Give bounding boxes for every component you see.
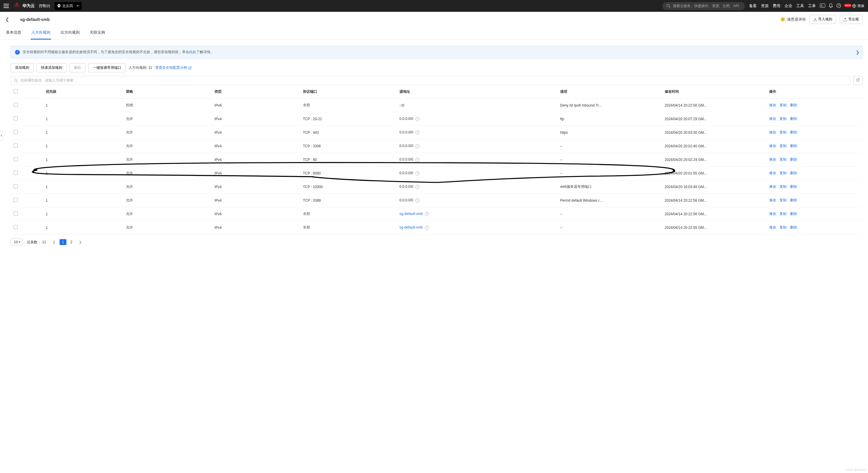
nav-enterprise[interactable]: 企业 [784,3,792,8]
export-rules-button[interactable]: 导出规 [840,15,863,24]
cloudshell-icon[interactable] [820,4,825,8]
row-checkbox[interactable] [13,144,18,148]
col-priority[interactable]: 优先级 [43,85,123,99]
help-icon[interactable]: ? [415,199,420,203]
help-icon[interactable]: ? [425,226,429,230]
action-copy[interactable]: 复制 [779,103,786,107]
row-checkbox[interactable] [13,116,18,120]
row-checkbox[interactable] [13,198,18,202]
action-copy[interactable]: 复制 [779,212,786,216]
action-copy[interactable]: 复制 [779,171,786,175]
action-modify[interactable]: 修改 [769,212,776,216]
filter-input[interactable]: 选择属性筛选，或输入关键字搜索 [11,76,850,85]
row-checkbox[interactable] [13,211,18,215]
page-size-selector[interactable]: 10 [11,239,23,246]
action-delete[interactable]: 删除 [790,225,797,229]
tab-related-instances[interactable]: 关联实例 [89,27,105,39]
action-copy[interactable]: 复制 [779,144,786,148]
page-1[interactable]: 1 [60,239,66,245]
help-icon[interactable]: ?NEW [836,3,848,9]
row-checkbox[interactable] [13,157,18,161]
add-rule-button[interactable]: 添加规则 [11,63,34,72]
action-delete[interactable]: 删除 [790,171,797,175]
row-checkbox[interactable] [13,184,18,188]
action-copy[interactable]: 复制 [779,184,786,189]
nav-beian[interactable]: 备案 [749,3,757,8]
nav-resource[interactable]: 资源 [761,3,769,8]
action-modify[interactable]: 修改 [769,130,776,134]
source-link[interactable]: sg-default-smb [400,225,423,229]
delete-button[interactable]: 删除 [70,63,86,72]
pagination: 10 总条数： 11 ❮ 1 2 ❯ [11,234,863,250]
nav-ticket[interactable]: 工单 [808,3,816,8]
action-delete[interactable]: 删除 [790,212,797,216]
action-copy[interactable]: 复制 [779,225,786,229]
help-icon[interactable]: ? [415,144,420,148]
action-delete[interactable]: 删除 [790,144,797,148]
tab-basic-info[interactable]: 基本信息 [5,27,22,39]
action-modify[interactable]: 修改 [769,225,776,229]
row-checkbox[interactable] [13,225,18,229]
action-delete[interactable]: 删除 [790,130,797,134]
action-modify[interactable]: 修改 [769,198,776,202]
action-delete[interactable]: 删除 [790,103,797,107]
region-selector[interactable]: 北京四 [55,2,82,10]
view-config-example-link[interactable]: 查看安全组配置示例 [155,65,192,70]
menu-icon[interactable] [4,4,9,8]
next-page[interactable]: ❯ [76,239,84,245]
nav-tools[interactable]: 工具 [796,3,804,8]
row-checkbox[interactable] [13,171,18,175]
quick-add-rule-button[interactable]: 快速添加规则 [37,63,67,72]
col-protocol[interactable]: 协议端口 [300,85,397,99]
source-link[interactable]: sg-default-smb [400,212,423,216]
action-modify[interactable]: 修改 [769,144,776,148]
col-type[interactable]: 类型 [212,85,300,99]
banner-close-icon[interactable]: ❯ [856,50,860,55]
help-icon[interactable]: ? [415,185,420,189]
help-icon[interactable]: ? [415,171,420,175]
action-delete[interactable]: 删除 [790,184,797,189]
col-modified[interactable]: 修改时间 [662,85,766,99]
col-source[interactable]: 源地址 [397,85,557,99]
select-all-checkbox[interactable] [13,89,18,93]
row-checkbox[interactable] [13,103,18,107]
action-copy[interactable]: 复制 [779,130,786,134]
action-modify[interactable]: 修改 [769,184,776,189]
help-icon[interactable]: ? [425,212,429,216]
action-modify[interactable]: 修改 [769,117,776,121]
prev-page[interactable]: ❮ [50,239,58,245]
bell-icon[interactable] [829,3,833,9]
back-button[interactable]: ❮ [5,17,9,22]
refresh-button[interactable] [853,76,863,85]
action-copy[interactable]: 复制 [779,198,786,202]
action-modify[interactable]: 修改 [769,157,776,161]
tab-inbound-rules[interactable]: 入方向规则 [31,27,51,39]
action-delete[interactable]: 删除 [790,157,797,161]
action-delete[interactable]: 删除 [790,117,797,121]
help-icon[interactable]: ? [415,117,420,121]
feedback-link[interactable]: 🙂 满意度评价 [780,17,806,22]
action-copy[interactable]: 复制 [779,117,786,121]
help-icon[interactable]: ? [415,130,420,135]
banner-link[interactable]: 此处 [189,50,196,55]
action-modify[interactable]: 修改 [769,171,776,175]
brand-logo[interactable]: 华为云 [13,2,35,10]
help-icon[interactable]: ? [415,158,420,162]
col-description[interactable]: 描述 [557,85,662,99]
action-delete[interactable]: 删除 [790,198,797,202]
global-search[interactable]: 搜索云服务、快捷操作、资源、文档、API [662,2,745,10]
action-copy[interactable]: 复制 [779,157,786,161]
cell-modified: 2024/04/20 20:02:40 GM... [662,139,766,153]
nav-fee[interactable]: 费用 [773,3,780,8]
console-link[interactable]: 控制台 [39,3,51,8]
page-2[interactable]: 2 [68,239,75,245]
open-common-ports-button[interactable]: 一键放通常用端口 [89,63,126,72]
row-checkbox[interactable] [13,130,18,134]
col-policy[interactable]: 策略 [123,85,212,99]
action-modify[interactable]: 修改 [769,103,776,107]
cell-modified: 2024/04/14 20:22:56 GM... [662,207,766,221]
cell-description: ftp [557,112,662,126]
language-selector[interactable]: 简体 [852,4,864,8]
import-rules-button[interactable]: 导入规则 [810,15,836,24]
tab-outbound-rules[interactable]: 出方向规则 [60,27,80,39]
